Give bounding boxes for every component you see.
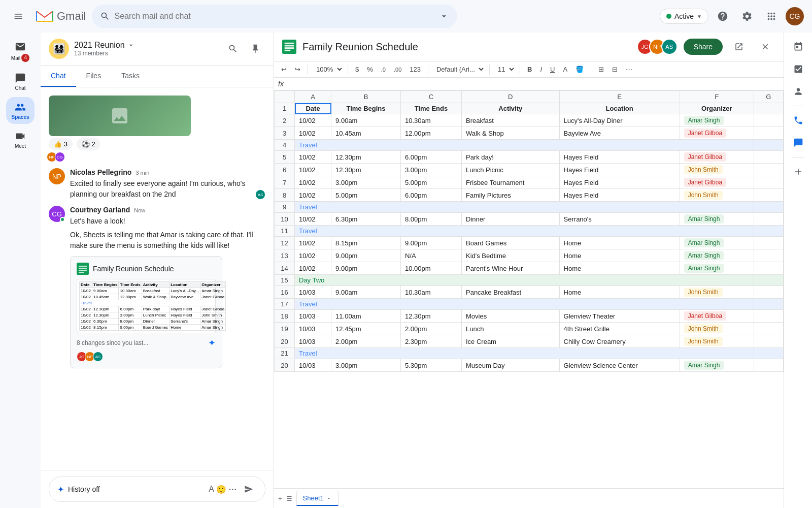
cell-g11[interactable] bbox=[754, 226, 783, 237]
cell-g4[interactable] bbox=[754, 140, 783, 151]
cell-d3[interactable]: Walk & Shop bbox=[461, 127, 559, 140]
cell-e1[interactable]: Location bbox=[559, 103, 680, 114]
cell-b16[interactable]: 9.00am bbox=[331, 286, 401, 299]
cell-a7[interactable]: 10/02 bbox=[295, 176, 331, 189]
share-button[interactable]: Share bbox=[684, 39, 723, 55]
cell-b3[interactable]: 10.45am bbox=[331, 127, 401, 140]
cell-c5[interactable]: 6.00pm bbox=[400, 151, 461, 164]
cell-f6[interactable]: John Smith bbox=[680, 164, 754, 176]
cell-e14[interactable]: Home bbox=[559, 262, 680, 275]
cell-g2[interactable] bbox=[754, 114, 783, 127]
decimal1-button[interactable]: .0 bbox=[378, 65, 389, 75]
cell-d20[interactable]: Ice Cream bbox=[461, 335, 559, 348]
cell-d13[interactable]: Kid's Bedtime bbox=[461, 249, 559, 262]
cell-b13[interactable]: 9.00pm bbox=[331, 249, 401, 262]
cell-b10[interactable]: 6.30pm bbox=[331, 213, 401, 226]
cell-b19[interactable]: 12.45pm bbox=[331, 323, 401, 335]
gemini-icon[interactable]: ✦ bbox=[208, 337, 216, 348]
chat-input[interactable] bbox=[68, 485, 205, 493]
cell-c10[interactable]: 8.00pm bbox=[400, 213, 461, 226]
settings-button[interactable] bbox=[737, 6, 757, 26]
reaction-soccer[interactable]: ⚽ 2 bbox=[77, 138, 100, 150]
cell-b6[interactable]: 12.30pm bbox=[331, 164, 401, 176]
chat-quick-button[interactable] bbox=[788, 133, 808, 153]
sparkle-icon[interactable]: ✦ bbox=[57, 485, 64, 494]
cell-c20[interactable]: 2.30pm bbox=[400, 335, 461, 348]
col-header-e[interactable]: E bbox=[559, 91, 680, 103]
cell-f14[interactable]: Amar Singh bbox=[680, 262, 754, 275]
cell-f22[interactable]: Amar Singh bbox=[680, 359, 754, 372]
borders-button[interactable]: ⊞ bbox=[595, 64, 607, 75]
cell-c8[interactable]: 6.00pm bbox=[400, 189, 461, 202]
cell-g14[interactable] bbox=[754, 262, 783, 275]
apps-button[interactable] bbox=[761, 6, 782, 26]
tab-files[interactable]: Files bbox=[76, 66, 112, 87]
cell-c2[interactable]: 10.30am bbox=[400, 114, 461, 127]
col-header-b[interactable]: B bbox=[331, 91, 401, 103]
cell-g19[interactable] bbox=[754, 323, 783, 335]
cell-g21[interactable] bbox=[754, 348, 783, 359]
cell-e18[interactable]: Glenview Theater bbox=[559, 310, 680, 323]
size-select[interactable]: 11 bbox=[494, 64, 516, 75]
list-sheets-button[interactable]: ☰ bbox=[286, 495, 292, 502]
cell-a10[interactable]: 10/02 bbox=[295, 213, 331, 226]
bold-button[interactable]: B bbox=[524, 64, 535, 75]
col-header-g[interactable]: G bbox=[754, 91, 783, 103]
cell-g1[interactable] bbox=[754, 103, 783, 114]
cell-c6[interactable]: 3.00pm bbox=[400, 164, 461, 176]
cell-c19[interactable]: 2.00pm bbox=[400, 323, 461, 335]
col-header-c[interactable]: C bbox=[400, 91, 461, 103]
cell-b8[interactable]: 5.00pm bbox=[331, 189, 401, 202]
pin-button[interactable] bbox=[245, 39, 265, 59]
cell-travel-5[interactable]: Travel bbox=[295, 348, 754, 359]
cell-e22[interactable]: Glenview Science Center bbox=[559, 359, 680, 372]
cell-a12[interactable]: 10/02 bbox=[295, 237, 331, 249]
status-button[interactable]: Active ▼ bbox=[660, 9, 708, 24]
cell-g13[interactable] bbox=[754, 249, 783, 262]
cell-f10[interactable]: Amar Singh bbox=[680, 213, 754, 226]
cell-d1[interactable]: Activity bbox=[461, 103, 559, 114]
group-dropdown-icon[interactable] bbox=[127, 41, 135, 49]
cell-b1[interactable]: Time Begins bbox=[331, 103, 401, 114]
cell-a16[interactable]: 10/03 bbox=[295, 286, 331, 299]
cell-a20[interactable]: 10/03 bbox=[295, 335, 331, 348]
cell-a19[interactable]: 10/03 bbox=[295, 323, 331, 335]
close-sheets-button[interactable] bbox=[755, 37, 775, 57]
zoom-select[interactable]: 100% bbox=[312, 64, 344, 75]
cell-d8[interactable]: Family Pictures bbox=[461, 189, 559, 202]
cell-c16[interactable]: 10.30am bbox=[400, 286, 461, 299]
tab-tasks[interactable]: Tasks bbox=[111, 66, 150, 87]
cell-c13[interactable]: N/A bbox=[400, 249, 461, 262]
cell-b2[interactable]: 9.00am bbox=[331, 114, 401, 127]
cell-e19[interactable]: 4th Street Grille bbox=[559, 323, 680, 335]
cell-f12[interactable]: Amar Singh bbox=[680, 237, 754, 249]
cell-c14[interactable]: 10.00pm bbox=[400, 262, 461, 275]
add-sheet-button[interactable]: + bbox=[278, 495, 282, 502]
sheet-tab-sheet1[interactable]: Sheet1 bbox=[296, 491, 339, 506]
cell-f1[interactable]: Organizer bbox=[680, 103, 754, 114]
cell-c7[interactable]: 5.00pm bbox=[400, 176, 461, 189]
col-header-d[interactable]: D bbox=[461, 91, 559, 103]
cell-e6[interactable]: Hayes Field bbox=[559, 164, 680, 176]
cell-g12[interactable] bbox=[754, 237, 783, 249]
cell-a1[interactable]: Date bbox=[295, 103, 331, 114]
main-menu-button[interactable] bbox=[8, 6, 28, 26]
cell-b20[interactable]: 2.00pm bbox=[331, 335, 401, 348]
search-chat-button[interactable] bbox=[223, 39, 243, 59]
dollar-button[interactable]: $ bbox=[352, 64, 362, 75]
cell-b22[interactable]: 3.00pm bbox=[331, 359, 401, 372]
collab-avatar-3[interactable]: AS bbox=[661, 39, 678, 55]
send-button[interactable] bbox=[241, 481, 257, 497]
cell-g22[interactable] bbox=[754, 359, 783, 372]
cell-e5[interactable]: Hayes Field bbox=[559, 151, 680, 164]
cell-f2[interactable]: Amar Singh bbox=[680, 114, 754, 127]
cell-g16[interactable] bbox=[754, 286, 783, 299]
cell-f7[interactable]: Janet Gilboa bbox=[680, 176, 754, 189]
cell-a22[interactable]: 10/03 bbox=[295, 359, 331, 372]
cell-g18[interactable] bbox=[754, 310, 783, 323]
underline-button[interactable]: U bbox=[547, 64, 558, 75]
cell-e13[interactable]: Home bbox=[559, 249, 680, 262]
decimal2-button[interactable]: .00 bbox=[391, 65, 404, 75]
more-options-button[interactable]: ⋯ bbox=[228, 485, 236, 494]
tasks-quick-button[interactable] bbox=[788, 59, 808, 79]
